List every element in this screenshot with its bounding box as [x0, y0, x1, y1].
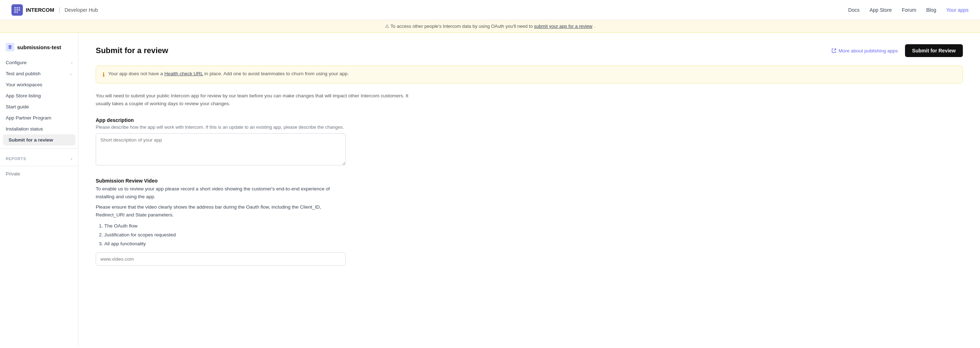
topnav-logo: INTERCOM | Developer Hub — [11, 4, 98, 16]
video-url-input[interactable] — [96, 252, 346, 266]
layout: submissions-test Configure › Test and pu… — [0, 33, 980, 346]
list-item-functionality: All app functionality — [104, 240, 346, 247]
submit-for-review-button[interactable]: Submit for Review — [905, 44, 963, 57]
sidebar-reports-section[interactable]: REPORTS › — [0, 152, 78, 163]
page-header-actions: More about publishing apps Submit for Re… — [831, 44, 963, 57]
banner-text-after: . — [593, 24, 595, 29]
warning-icon: ℹ — [102, 71, 105, 78]
page-title: Submit for a review — [96, 46, 168, 55]
sidebar-item-workspaces[interactable]: Your workspaces — [0, 79, 78, 90]
main-content: Submit for a review More about publishin… — [79, 33, 980, 346]
nav-blog[interactable]: Blog — [926, 7, 936, 13]
svg-rect-7 — [16, 11, 18, 13]
sidebar-item-test-publish[interactable]: Test and publish ⌄ — [0, 68, 78, 79]
svg-rect-5 — [19, 9, 20, 10]
svg-rect-6 — [14, 11, 16, 13]
external-link-icon — [831, 48, 837, 53]
configure-chevron: › — [71, 61, 73, 65]
svg-rect-3 — [14, 9, 16, 10]
test-publish-chevron: ⌄ — [69, 71, 73, 76]
reports-chevron: › — [71, 157, 73, 161]
sidebar-item-configure[interactable]: Configure › — [0, 57, 78, 68]
sidebar-item-installation-status[interactable]: Installation status — [0, 123, 78, 134]
app-description-sublabel: Please describe how the app will work wi… — [96, 125, 346, 130]
svg-rect-2 — [19, 7, 20, 8]
banner-submit-link[interactable]: submit your app for a review — [534, 24, 592, 29]
sidebar-divider — [0, 148, 78, 149]
app-description-textarea[interactable] — [96, 133, 346, 165]
nav-your-apps[interactable]: Your apps — [946, 7, 969, 13]
logo-sub: Developer Hub — [65, 7, 98, 13]
nav-appstore[interactable]: App Store — [870, 7, 892, 13]
video-section-label: Submission Review Video — [96, 178, 346, 183]
video-desc-1: To enable us to review your app please r… — [96, 185, 346, 200]
oauth-banner: ⚠ To access other people's Intercom data… — [0, 20, 980, 33]
health-check-warning: ℹ Your app does not have a Health check … — [96, 66, 963, 84]
banner-text-before: To access other people's Intercom data b… — [391, 24, 533, 29]
page-header: Submit for a review More about publishin… — [96, 44, 963, 57]
topnav: INTERCOM | Developer Hub Docs App Store … — [0, 0, 980, 20]
sidebar-item-start-guide[interactable]: Start guide — [0, 101, 78, 112]
sidebar-app-name: submissions-test — [0, 40, 78, 57]
logo-text: INTERCOM — [26, 7, 54, 13]
logo-icon — [11, 4, 23, 16]
sidebar-divider-2 — [0, 166, 78, 166]
health-check-link[interactable]: Health check URL — [164, 71, 203, 76]
app-description-section: App description Please describe how the … — [96, 117, 346, 166]
svg-rect-0 — [14, 7, 16, 8]
topnav-right: Docs App Store Forum Blog Your apps — [848, 7, 969, 13]
logo-divider: | — [59, 6, 60, 14]
video-instructions-list: The OAuth flow Justification for scopes … — [104, 223, 346, 248]
sidebar-item-partner-program[interactable]: App Partner Program — [0, 112, 78, 123]
nav-docs[interactable]: Docs — [848, 7, 860, 13]
sidebar-private: Private — [0, 169, 78, 179]
list-item-scopes: Justification for scopes requested — [104, 231, 346, 239]
sidebar-app-icon — [6, 43, 14, 51]
list-item-oauth: The OAuth flow — [104, 223, 346, 229]
sidebar: submissions-test Configure › Test and pu… — [0, 33, 79, 346]
sidebar-item-submit-review[interactable]: Submit for a review — [3, 134, 75, 146]
svg-rect-1 — [16, 7, 18, 8]
more-about-publishing-link[interactable]: More about publishing apps — [831, 48, 898, 54]
app-cube-icon — [8, 44, 13, 49]
video-desc-2: Please ensure that the video clearly sho… — [96, 203, 346, 218]
sidebar-item-app-store-listing[interactable]: App Store listing — [0, 90, 78, 101]
app-description-label: App description — [96, 117, 346, 123]
intercom-icon — [14, 6, 21, 14]
app-name-label: submissions-test — [17, 44, 61, 50]
topnav-left: INTERCOM | Developer Hub — [11, 4, 98, 16]
nav-forum[interactable]: Forum — [902, 7, 916, 13]
warning-text: Your app does not have a Health check UR… — [108, 71, 349, 76]
page-description: You will need to submit your public Inte… — [96, 92, 417, 107]
banner-warning-icon: ⚠ — [385, 24, 389, 29]
svg-rect-4 — [16, 9, 18, 10]
reports-label: REPORTS — [6, 157, 26, 161]
video-section: Submission Review Video To enable us to … — [96, 178, 346, 266]
